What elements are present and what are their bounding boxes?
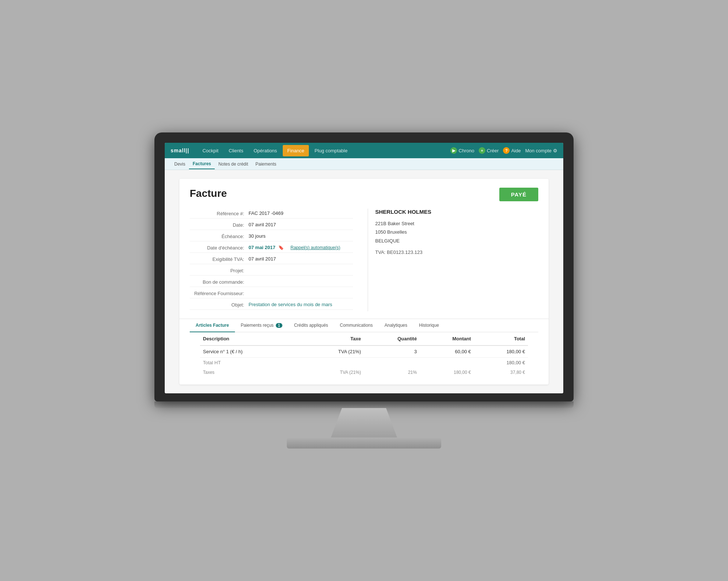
field-bon-commande: Bon de commande: bbox=[190, 277, 353, 287]
field-date: Date: 07 avril 2017 bbox=[190, 220, 353, 230]
tva-label: TVA: bbox=[375, 249, 386, 255]
field-date-echeance: Date d'échéance: 07 mai 2017 🔖 Rappel(s)… bbox=[190, 243, 353, 253]
app-logo: small|| bbox=[171, 148, 189, 153]
taxes-pct: 21% bbox=[364, 368, 420, 377]
monitor-screen: small|| Cockpit Clients Opérations Finan… bbox=[154, 132, 574, 401]
sub-nav-notes-credit[interactable]: Notes de crédit bbox=[215, 159, 252, 169]
total-ht-label: Total HT bbox=[200, 358, 301, 368]
taxes-taxe: TVA (21%) bbox=[301, 368, 364, 377]
nav-item-operations[interactable]: Opérations bbox=[249, 145, 282, 156]
nav-item-clients[interactable]: Clients bbox=[224, 145, 248, 156]
row-taxe: TVA (21%) bbox=[301, 346, 364, 358]
tab-articles-facture[interactable]: Articles Facture bbox=[190, 319, 235, 332]
invoice-table: Description Taxe Quantité Montant Total bbox=[200, 332, 528, 377]
field-reference: Référence #: FAC 2017 -0469 bbox=[190, 209, 353, 219]
objet-value: Prestation de services du mois de mars bbox=[249, 302, 353, 307]
tabs-section: Articles Facture Paiements reçus 1 Crédi… bbox=[179, 319, 549, 385]
gear-icon: ⚙ bbox=[553, 148, 557, 153]
paid-badge: PAYÉ bbox=[499, 188, 538, 201]
stand-base bbox=[287, 437, 441, 449]
paiements-badge: 1 bbox=[276, 323, 282, 328]
total-ht-row: Total HT 180,00 € bbox=[200, 358, 528, 368]
nav-item-plug[interactable]: Plug comptable bbox=[310, 145, 352, 156]
objet-label: Objet: bbox=[190, 302, 249, 308]
field-exigibilite: Exigibilité TVA: 07 avril 2017 bbox=[190, 254, 353, 264]
table-row: Service n° 1 (€ / h) TVA (21%) 3 60,00 €… bbox=[200, 346, 528, 358]
col-quantite: Quantité bbox=[364, 332, 420, 346]
date-echeance-container: 07 mai 2017 🔖 Rappel(s) automatique(s) bbox=[249, 245, 340, 250]
col-total: Total bbox=[474, 332, 528, 346]
invoice-title: Facture bbox=[190, 188, 227, 199]
taxes-label: Taxes bbox=[200, 368, 301, 377]
row-total: 180,00 € bbox=[474, 346, 528, 358]
client-address-line1: 221B Baker Street bbox=[375, 219, 539, 228]
create-icon: + bbox=[479, 147, 485, 154]
date-label: Date: bbox=[190, 222, 249, 228]
exigibilite-label: Exigibilité TVA: bbox=[190, 256, 249, 262]
client-address: 221B Baker Street 1050 Bruxelles BELGIQU… bbox=[375, 219, 539, 245]
tab-historique[interactable]: Historique bbox=[413, 319, 445, 332]
nav-items: Cockpit Clients Opérations Finance Plug … bbox=[198, 145, 451, 156]
help-icon: ? bbox=[503, 147, 510, 154]
total-ht-value: 180,00 € bbox=[474, 358, 528, 368]
col-description: Description bbox=[200, 332, 301, 346]
client-name: SHERLOCK HOLMES bbox=[375, 209, 539, 215]
account-nav-item[interactable]: Mon compte ⚙ bbox=[525, 148, 557, 153]
help-nav-item[interactable]: ? Aide bbox=[503, 147, 521, 154]
rappel-link[interactable]: Rappel(s) automatique(s) bbox=[290, 245, 340, 250]
sub-nav-devis[interactable]: Devis bbox=[171, 159, 189, 169]
chrono-indicator: ▶ bbox=[450, 147, 457, 154]
invoice-body: Référence #: FAC 2017 -0469 Date: 07 avr… bbox=[179, 201, 549, 319]
total-ht-montant bbox=[420, 358, 474, 368]
taxes-row: Taxes TVA (21%) 21% 180,00 € 37,80 € bbox=[200, 368, 528, 377]
sub-nav-paiements[interactable]: Paiements bbox=[252, 159, 280, 169]
client-address-line3: BELGIQUE bbox=[375, 237, 539, 245]
create-nav-item[interactable]: + Créer bbox=[479, 147, 499, 154]
chrono-label: Chrono bbox=[458, 148, 474, 153]
bon-commande-label: Bon de commande: bbox=[190, 279, 249, 285]
date-value: 07 avril 2017 bbox=[249, 222, 353, 227]
total-ht-pct bbox=[364, 358, 420, 368]
row-description: Service n° 1 (€ / h) bbox=[200, 346, 301, 358]
echeance-value: 30 jours bbox=[249, 233, 353, 239]
field-echeance: Échéance: 30 jours bbox=[190, 231, 353, 241]
projet-label: Projet: bbox=[190, 268, 249, 273]
nav-item-finance[interactable]: Finance bbox=[283, 145, 308, 156]
sub-nav: Devis Factures Notes de crédit Paiements bbox=[165, 158, 563, 170]
main-content: Facture PAYÉ Référence #: FAC 2017 -0469 bbox=[165, 170, 563, 393]
tva-value: BE0123.123.123 bbox=[387, 249, 422, 255]
taxes-total: 37,80 € bbox=[474, 368, 528, 377]
tab-communications[interactable]: Communications bbox=[334, 319, 378, 332]
nav-item-cockpit[interactable]: Cockpit bbox=[198, 145, 223, 156]
total-ht-taxe bbox=[301, 358, 364, 368]
monitor-wrapper: small|| Cockpit Clients Opérations Finan… bbox=[143, 132, 585, 449]
tab-credits-appliques[interactable]: Crédits appliqués bbox=[288, 319, 334, 332]
tab-paiements-recus[interactable]: Paiements reçus 1 bbox=[235, 319, 288, 332]
tab-analytiques[interactable]: Analytiques bbox=[379, 319, 413, 332]
screen-inner: small|| Cockpit Clients Opérations Finan… bbox=[165, 143, 563, 393]
nav-bar: small|| Cockpit Clients Opérations Finan… bbox=[165, 143, 563, 158]
client-address-line2: 1050 Bruxelles bbox=[375, 228, 539, 236]
monitor-bottom bbox=[154, 401, 574, 408]
table-header-row: Description Taxe Quantité Montant Total bbox=[200, 332, 528, 346]
client-info: SHERLOCK HOLMES 221B Baker Street 1050 B… bbox=[368, 209, 539, 311]
chrono-nav-item[interactable]: ▶ Chrono bbox=[450, 147, 474, 154]
nav-right: ▶ Chrono + Créer ? Aide Mon compte ⚙ bbox=[450, 147, 557, 154]
field-projet: Projet: bbox=[190, 266, 353, 276]
reference-fournisseur-label: Référence Fournisseur: bbox=[190, 290, 249, 296]
create-label: Créer bbox=[487, 148, 499, 153]
account-label: Mon compte bbox=[525, 148, 552, 153]
reference-label: Référence #: bbox=[190, 210, 249, 216]
tabs-row: Articles Facture Paiements reçus 1 Crédi… bbox=[190, 319, 538, 332]
sub-nav-factures[interactable]: Factures bbox=[189, 159, 215, 169]
invoice-container: Facture PAYÉ Référence #: FAC 2017 -0469 bbox=[179, 179, 549, 385]
date-echeance-label: Date d'échéance: bbox=[190, 245, 249, 251]
row-montant: 60,00 € bbox=[420, 346, 474, 358]
bookmark-icon: 🔖 bbox=[278, 245, 284, 250]
echeance-label: Échéance: bbox=[190, 233, 249, 239]
reference-value: FAC 2017 -0469 bbox=[249, 210, 353, 216]
date-echeance-value: 07 mai 2017 bbox=[249, 245, 275, 250]
col-montant: Montant bbox=[420, 332, 474, 346]
taxes-montant: 180,00 € bbox=[420, 368, 474, 377]
exigibilite-value: 07 avril 2017 bbox=[249, 256, 353, 262]
